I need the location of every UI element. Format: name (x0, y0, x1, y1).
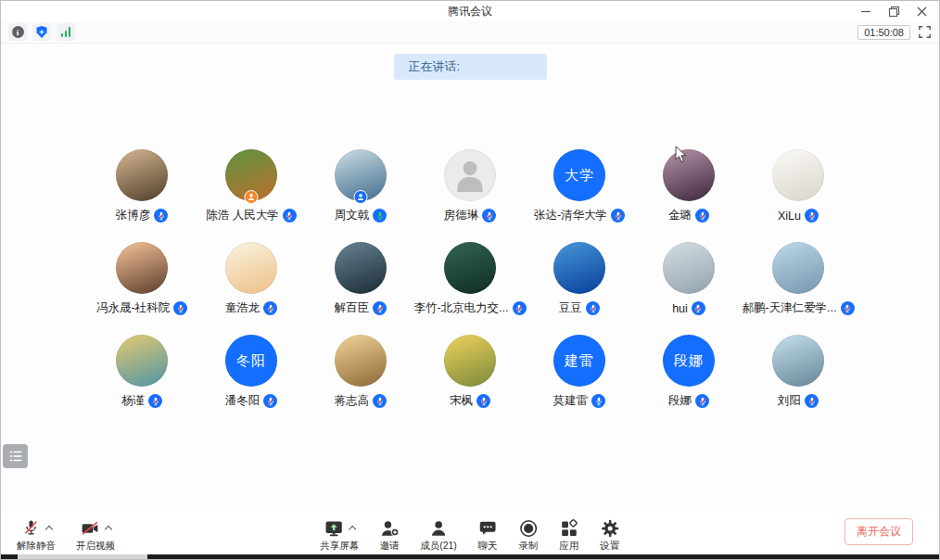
mic-muted-icon (698, 211, 707, 221)
unmute-button[interactable]: 解除静音 (17, 517, 56, 553)
participant-name-row: XiLu (778, 208, 819, 223)
avatar-image (663, 242, 715, 294)
avatar: 建雷 (553, 335, 605, 387)
mic-muted-icon (589, 304, 598, 313)
start-video-button[interactable]: 开启视频 (76, 517, 115, 553)
members-button[interactable]: 成员(21) (420, 517, 457, 553)
avatar-image: 段娜 (663, 335, 715, 387)
participant-card[interactable]: 建雷莫建雷 (525, 335, 634, 409)
participant-card[interactable]: hui (634, 242, 743, 316)
apps-button[interactable]: 应用 (559, 517, 579, 553)
signal-icon (61, 27, 71, 37)
avatar (116, 335, 168, 387)
mic-muted-icon (266, 304, 275, 313)
record-button[interactable]: 录制 (518, 517, 539, 553)
avatar-image (116, 335, 168, 387)
participant-card[interactable]: 段娜段娜 (634, 335, 743, 409)
participant-card[interactable]: 大学张达-清华大学 (525, 149, 634, 223)
members-icon (428, 518, 449, 539)
avatar (772, 335, 824, 387)
participant-card[interactable]: 刘阳 (743, 335, 853, 409)
participant-name-row: 周文戟 (335, 208, 387, 223)
participants-grid: 张博彦 陈浩 人民大学 周文戟 房德琳 大学张达-清华大学 金璐 XiLu 冯永… (87, 149, 853, 409)
mic-muted-icon (176, 304, 185, 313)
mic-muted-icon (157, 211, 166, 221)
mic-muted-icon (614, 211, 623, 221)
participant-name-row: 李竹-北京电力交... (413, 300, 526, 316)
participant-card[interactable]: 解百臣 (306, 242, 415, 316)
participant-card[interactable]: 杨谨 (87, 335, 197, 409)
participant-name: 李竹-北京电力交... (413, 300, 508, 316)
avatar (225, 149, 277, 201)
mic-off-icon (21, 518, 41, 538)
settings-button[interactable]: 设置 (600, 517, 620, 553)
mic-muted-icon (693, 304, 703, 313)
avatar-image (335, 335, 387, 387)
mic-muted-icon (285, 211, 294, 221)
minimize-button[interactable] (852, 1, 880, 21)
participant-name-row: 郝鹏-天津仁爱学... (742, 300, 854, 316)
avatar-image (772, 242, 824, 294)
mic-status-badge (586, 301, 600, 315)
participant-card[interactable]: 房德琳 (415, 149, 525, 223)
participant-card[interactable]: 郝鹏-天津仁爱学... (743, 242, 853, 316)
settings-label: 设置 (600, 540, 619, 553)
invite-button[interactable]: 邀请 (379, 517, 400, 553)
mic-status-badge (263, 394, 277, 408)
toolbar-center-group: 共享屏幕 邀请 成员(21) 聊天 录制 应用 设置 (310, 517, 630, 553)
mic-muted-icon (266, 397, 275, 406)
shield-icon: + (36, 26, 47, 38)
participant-card[interactable]: 豆豆 (525, 242, 634, 316)
chat-icon (477, 518, 498, 539)
meeting-window: 腾讯会议 i + 01:50:08 (0, 0, 940, 560)
mic-muted-icon (698, 397, 707, 406)
participant-card[interactable]: 陈浩 人民大学 (197, 149, 306, 223)
participant-name: 张达-清华大学 (534, 208, 607, 223)
mic-status-badge (695, 209, 709, 223)
participant-card[interactable]: 金璐 (634, 149, 743, 223)
chevron-up-icon[interactable] (105, 526, 112, 533)
participant-name-row: 段娜 (668, 393, 709, 409)
participant-card[interactable]: 童浩龙 (197, 242, 306, 316)
participant-card[interactable]: 冬阳潘冬阳 (197, 335, 306, 409)
avatar-image: 冬阳 (225, 335, 277, 387)
participant-name: 张博彦 (116, 208, 151, 223)
participant-card[interactable]: 张博彦 (87, 149, 197, 223)
share-screen-button[interactable]: 共享屏幕 (320, 517, 359, 553)
close-button[interactable] (908, 1, 935, 21)
network-button[interactable] (57, 23, 75, 41)
restore-button[interactable] (880, 1, 908, 21)
participant-card[interactable]: 宋枫 (415, 335, 525, 409)
chevron-up-icon[interactable] (349, 526, 356, 533)
mic-status-badge (841, 301, 855, 315)
mic-status-badge (373, 209, 387, 223)
avatar (772, 149, 824, 201)
invite-label: 邀请 (380, 540, 400, 553)
member-list-tab[interactable] (3, 444, 28, 468)
chat-button[interactable]: 聊天 (477, 517, 498, 553)
participant-card[interactable]: 蒋志高 (306, 335, 415, 409)
fullscreen-button[interactable] (918, 25, 932, 39)
participant-card[interactable]: 冯永晟-社科院 (87, 242, 197, 316)
participant-name: hui (672, 302, 688, 315)
invite-icon (379, 518, 400, 539)
avatar: 段娜 (663, 335, 715, 387)
chevron-up-icon[interactable] (44, 526, 52, 533)
avatar (444, 242, 496, 294)
chat-label: 聊天 (477, 540, 497, 553)
mic-muted-icon (375, 304, 385, 313)
participant-card[interactable]: 李竹-北京电力交... (415, 242, 525, 316)
participant-card[interactable]: XiLu (743, 149, 853, 223)
meeting-timer: 01:50:08 (857, 25, 910, 40)
mic-status-badge (373, 301, 387, 315)
participant-name: 刘阳 (778, 393, 801, 409)
security-button[interactable]: + (32, 23, 51, 41)
mic-status-badge (482, 209, 496, 223)
participant-card[interactable]: 周文戟 (306, 149, 415, 223)
participant-name: 莫建雷 (553, 393, 589, 409)
mic-on-icon (375, 211, 385, 221)
leave-meeting-button[interactable]: 离开会议 (845, 518, 913, 545)
participant-name: 杨谨 (121, 393, 145, 409)
mic-muted-icon (843, 304, 852, 313)
meeting-info-button[interactable]: i (8, 23, 27, 41)
